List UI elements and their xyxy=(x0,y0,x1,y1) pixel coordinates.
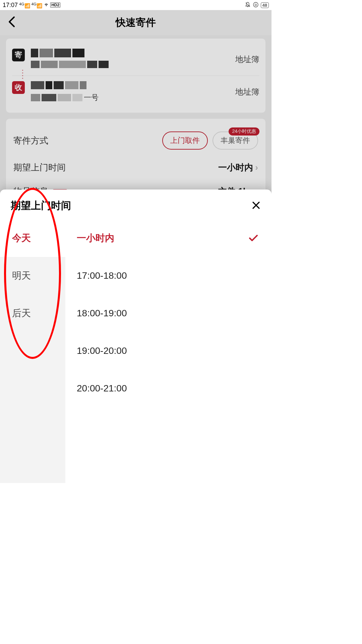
chevron-right-icon: › xyxy=(255,162,258,173)
sender-tag: 寄 xyxy=(12,49,25,61)
battery-indicator: 48 xyxy=(261,2,269,8)
ship-method-pickup[interactable]: 上门取件 xyxy=(162,131,208,150)
svg-point-1 xyxy=(253,2,258,7)
day-option-tomorrow[interactable]: 明天 xyxy=(0,257,65,294)
time-option-within-hour[interactable]: 一小时内 xyxy=(65,219,272,257)
receiver-tag: 收 xyxy=(12,81,25,94)
ship-method-row: 寄件方式 上门取件 丰巢寄件 24小时优惠 xyxy=(13,125,258,156)
day-option-day-after[interactable]: 后天 xyxy=(0,294,65,332)
app-header: 快速寄件 xyxy=(0,10,272,35)
time-column: 一小时内 17:00-18:00 18:00-19:00 19:00-20:00… xyxy=(65,219,272,483)
status-time: 17:07 xyxy=(3,2,18,9)
time-picker-sheet: 期望上门时间 今天 明天 后天 一小时内 17:00-18:00 18:00-1… xyxy=(0,190,272,483)
day-column: 今天 明天 后天 xyxy=(0,219,65,483)
address-card: 寄 地址簿 收 xyxy=(6,39,265,113)
day-option-today[interactable]: 今天 xyxy=(0,219,65,257)
bell-mute-icon xyxy=(245,2,251,9)
check-icon xyxy=(249,232,258,245)
wifi-icon xyxy=(44,2,49,8)
connector-dots xyxy=(22,68,23,80)
pickup-time-row[interactable]: 期望上门时间 一小时内 › xyxy=(13,156,258,179)
time-option-19-20[interactable]: 19:00-20:00 xyxy=(65,332,272,370)
time-option-18-19[interactable]: 18:00-19:00 xyxy=(65,294,272,332)
pickup-time-label: 期望上门时间 xyxy=(13,162,66,173)
ship-method-label: 寄件方式 xyxy=(13,135,48,147)
svg-rect-2 xyxy=(255,4,256,6)
receiver-address-book-button[interactable]: 地址簿 xyxy=(235,87,259,97)
time-option-17-18[interactable]: 17:00-18:00 xyxy=(65,257,272,294)
promo-badge: 24小时优惠 xyxy=(229,127,259,136)
back-button[interactable] xyxy=(7,16,15,30)
page-title: 快速寄件 xyxy=(116,16,156,30)
receiver-content-redacted: 一号 xyxy=(31,81,229,103)
close-button[interactable] xyxy=(251,200,261,212)
receiver-row[interactable]: 收 一号 地址簿 xyxy=(12,78,259,105)
rotation-lock-icon xyxy=(253,2,259,9)
ship-method-locker[interactable]: 丰巢寄件 24小时优惠 xyxy=(213,131,258,150)
pickup-time-value: 一小时内 xyxy=(218,162,253,173)
sender-address-book-button[interactable]: 地址簿 xyxy=(235,54,259,65)
sender-content-redacted xyxy=(31,49,229,68)
status-bar: 17:07 4G📶 4G📶 HD2 48 xyxy=(0,0,272,10)
signal-icon-1: 4G📶 xyxy=(19,2,30,8)
sheet-title: 期望上门时间 xyxy=(11,199,71,213)
hd-icon: HD2 xyxy=(50,2,60,8)
sender-row[interactable]: 寄 地址簿 xyxy=(12,46,259,73)
receiver-suffix: 一号 xyxy=(84,93,99,103)
time-option-20-21[interactable]: 20:00-21:00 xyxy=(65,370,272,407)
signal-icon-2: 4G📶 xyxy=(32,2,43,8)
page-background: 快速寄件 寄 地址簿 xyxy=(0,10,272,198)
